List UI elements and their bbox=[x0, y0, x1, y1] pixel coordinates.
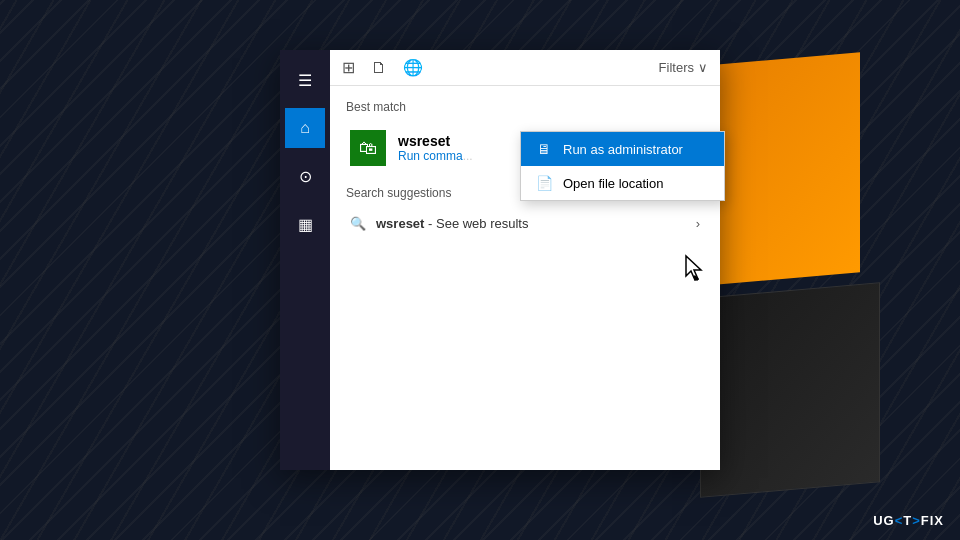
wsreset-info: wsreset Run comma... bbox=[398, 133, 473, 163]
sidebar-icon-home[interactable]: ⌂ bbox=[285, 108, 325, 148]
open-file-location-label: Open file location bbox=[563, 176, 663, 191]
svg-line-0 bbox=[694, 276, 698, 280]
dark-reflection-shape bbox=[700, 282, 880, 498]
arrow-icon: › bbox=[696, 216, 700, 231]
search-icon: 🔍 bbox=[350, 216, 366, 231]
document-icon[interactable]: 🗋 bbox=[371, 59, 387, 77]
sidebar-icon-settings[interactable]: ⊙ bbox=[285, 156, 325, 196]
content-area: Best match 🛍 wsreset Run comma... Search… bbox=[330, 86, 720, 470]
watermark-gt: > bbox=[912, 513, 921, 528]
folder-icon: 📄 bbox=[535, 175, 553, 191]
filters-button[interactable]: Filters ∨ bbox=[659, 60, 708, 75]
start-sidebar: ☰ ⌂ ⊙ ▦ bbox=[280, 50, 330, 470]
context-open-file-location[interactable]: 📄 Open file location bbox=[521, 166, 724, 200]
watermark-lt: < bbox=[895, 513, 904, 528]
grid-icon[interactable]: ⊞ bbox=[342, 58, 355, 77]
main-content: ⊞ 🗋 🌐 Filters ∨ Best match 🛍 wsreset Run… bbox=[330, 50, 720, 470]
wsreset-name: wsreset bbox=[398, 133, 473, 149]
context-menu: 🖥 Run as administrator 📄 Open file locat… bbox=[520, 131, 725, 201]
watermark: UG<T>FIX bbox=[873, 513, 944, 528]
mouse-cursor bbox=[682, 254, 706, 278]
suggestion-text: wsreset - See web results bbox=[376, 216, 528, 231]
context-run-as-admin[interactable]: 🖥 Run as administrator bbox=[521, 132, 724, 166]
toolbar: ⊞ 🗋 🌐 Filters ∨ bbox=[330, 50, 720, 86]
suggestion-sub: - See web results bbox=[428, 216, 528, 231]
filters-label: Filters bbox=[659, 60, 694, 75]
chevron-down-icon: ∨ bbox=[698, 60, 708, 75]
wsreset-icon: 🛍 bbox=[350, 130, 386, 166]
suggestion-wsreset[interactable]: 🔍 wsreset - See web results › bbox=[346, 210, 704, 237]
best-match-label: Best match bbox=[346, 100, 704, 114]
wsreset-sub: Run comma... bbox=[398, 149, 473, 163]
sidebar-icon-hamburger[interactable]: ☰ bbox=[285, 60, 325, 100]
admin-icon: 🖥 bbox=[535, 141, 553, 157]
start-menu: ☰ ⌂ ⊙ ▦ ⊞ 🗋 🌐 Filters ∨ Best match 🛍 wsr… bbox=[280, 50, 720, 470]
sidebar-icon-calculator[interactable]: ▦ bbox=[285, 204, 325, 244]
globe-icon[interactable]: 🌐 bbox=[403, 58, 423, 77]
run-as-admin-label: Run as administrator bbox=[563, 142, 683, 157]
